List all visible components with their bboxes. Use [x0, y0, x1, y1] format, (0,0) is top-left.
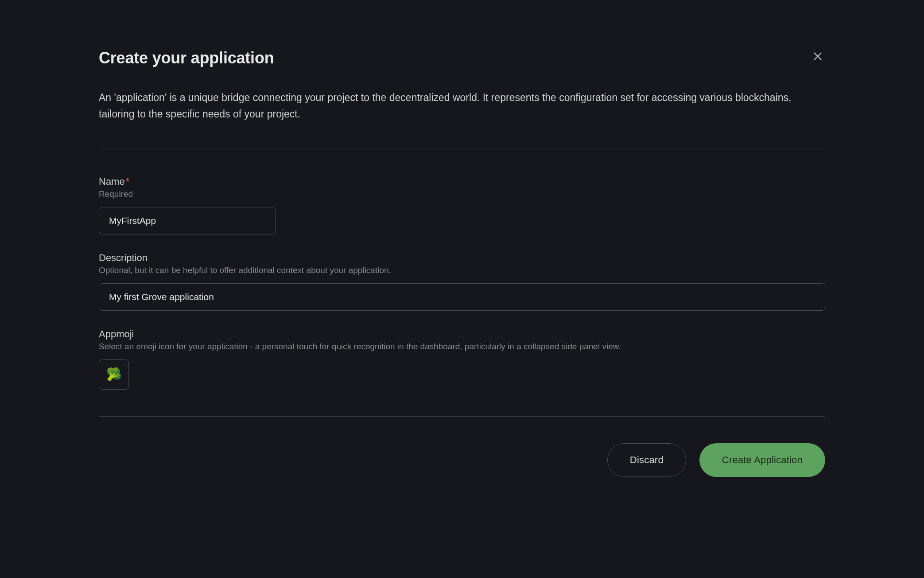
description-input[interactable] [99, 283, 825, 311]
appmoji-hint: Select an emoji icon for your applicatio… [99, 342, 825, 351]
description-label: Description [99, 252, 825, 264]
name-label: Name* [99, 176, 825, 187]
appmoji-field-group: Appmoji Select an emoji icon for your ap… [99, 328, 825, 390]
name-label-text: Name [99, 176, 125, 187]
description-hint: Optional, but it can be helpful to offer… [99, 266, 825, 275]
close-button[interactable] [810, 49, 825, 65]
close-icon [812, 51, 823, 63]
appmoji-label: Appmoji [99, 328, 825, 340]
name-field-group: Name* Required [99, 176, 825, 234]
create-application-modal: Create your application An 'application'… [30, 0, 894, 504]
create-application-button[interactable]: Create Application [699, 443, 825, 477]
modal-title: Create your application [99, 49, 274, 67]
modal-description: An 'application' is a unique bridge conn… [99, 90, 825, 122]
name-hint: Required [99, 189, 825, 199]
modal-footer: Discard Create Application [99, 417, 825, 477]
name-input[interactable] [99, 207, 276, 234]
required-asterisk: * [126, 176, 130, 187]
appmoji-icon: 🥦 [106, 367, 122, 382]
description-field-group: Description Optional, but it can be help… [99, 252, 825, 311]
appmoji-picker-button[interactable]: 🥦 [99, 359, 129, 390]
form-section: Name* Required Description Optional, but… [99, 149, 825, 416]
modal-header: Create your application [99, 49, 825, 67]
discard-button[interactable]: Discard [607, 443, 686, 477]
